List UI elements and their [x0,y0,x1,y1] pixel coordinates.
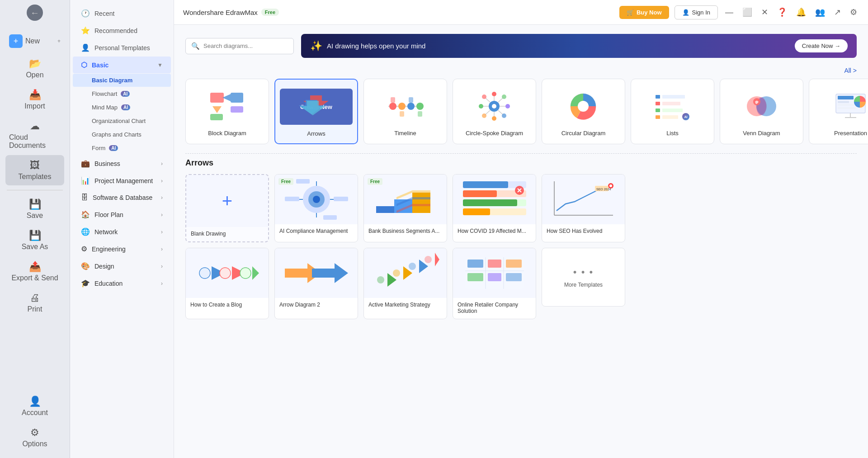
block-diagram-label: Block Diagram [208,130,246,137]
software-chevron-icon: › [161,194,163,201]
diagram-card-block[interactable]: Block Diagram [185,79,269,144]
retailer-label: Online Retailer Company Solution [458,302,531,314]
saveas-label: Save As [22,243,48,251]
nav-category-software[interactable]: 🗄 Software & Database › [73,189,171,206]
free-tag-bank: Free [368,178,382,185]
template-retailer[interactable]: Online Retailer Company Solution [453,248,536,319]
sidebar-item-new[interactable]: + New + [5,30,64,52]
nav-category-engineering[interactable]: ⚙ Engineering › [73,241,171,257]
floor-label: Floor Plan [94,211,123,218]
nav-item-recommended[interactable]: ⭐ Recommended [73,22,171,39]
cloud-icon: ☁ [30,120,40,132]
sidebar-item-print[interactable]: 🖨 Print [5,288,64,318]
create-now-button[interactable]: Create Now → [795,39,848,52]
ai-banner-icon: ✨ [310,40,322,52]
diagram-card-timeline[interactable]: Timeline [363,79,447,144]
svg-rect-69 [334,197,348,201]
sign-in-button[interactable]: 👤 Sign In [675,5,718,19]
nav-sub-flowchart[interactable]: Flowchart AI [73,87,171,100]
sidebar-item-saveas[interactable]: 💾 Save As [5,225,64,255]
settings-button[interactable]: ⚙ [848,5,859,19]
maximize-button[interactable]: ⬜ [741,5,754,19]
all-link[interactable]: All > [844,67,857,74]
diagram-card-venn[interactable]: Venn Diagram [720,79,803,144]
svg-text:AI: AI [684,115,688,118]
svg-point-61 [313,196,320,203]
sidebar-item-save[interactable]: 💾 Save [5,194,64,224]
sidebar-item-open[interactable]: 📂 Open [5,53,64,84]
notification-button[interactable]: 🔔 [794,5,808,19]
template-seo[interactable]: SEO 2024 How SEO Has Evolved [542,174,625,242]
svg-rect-14 [391,97,395,103]
template-arrow2[interactable]: Arrow Diagram 2 [274,248,358,319]
design-label: Design [94,263,114,270]
svg-rect-77 [463,181,508,188]
buy-now-button[interactable]: 🛒 Buy Now [619,6,669,19]
svg-point-105 [377,276,384,283]
mindmap-label: Mind Map [92,104,118,111]
sidebar-item-account[interactable]: 👤 Account [5,391,64,421]
community-button[interactable]: 👥 [813,5,827,19]
nav-item-personal[interactable]: 👤 Personal Templates [73,39,171,56]
help-button[interactable]: ❓ [775,5,789,19]
nav-category-floor[interactable]: 🏠 Floor Plan › [73,206,171,223]
search-box[interactable]: 🔍 [185,38,294,54]
diagram-card-arrows[interactable]: Create New Arrows [274,79,358,144]
close-button[interactable]: ✕ [760,5,770,19]
svg-rect-43 [662,109,683,112]
nav-item-recent[interactable]: 🕐 Recent [73,5,171,22]
top-bar: Wondershare EdrawMax Free 🛒 Buy Now 👤 Si… [174,0,868,25]
sidebar-item-options[interactable]: ⚙ Options [5,422,64,453]
nav-category-basic[interactable]: ⬡ Basic ▼ [73,57,171,73]
new-label: New [25,37,40,45]
template-ai-compliance[interactable]: Free AI [274,174,358,242]
cloud-label: Cloud Documents [9,133,61,150]
nav-category-business[interactable]: 💼 Business › [73,155,171,172]
bank-segments-label: Bank Business Segments A... [368,228,442,234]
ai-compliance-label: AI Compliance Management [279,228,353,234]
nav-category-network[interactable]: 🌐 Network › [73,223,171,240]
template-marketing[interactable]: Active Marketing Strategy [363,248,447,319]
icon-sidebar-bottom: 👤 Account ⚙ Options [0,391,70,458]
minimize-button[interactable]: — [723,6,735,19]
nav-sub-mindmap[interactable]: Mind Map AI [73,101,171,114]
design-chevron-icon: › [161,263,163,269]
engineering-chevron-icon: › [161,246,163,252]
template-blog[interactable]: How to Create a Blog [185,248,269,319]
blank-drawing-label: Blank Drawing [191,231,264,237]
search-input[interactable] [203,42,288,49]
template-more[interactable]: • • • More Templates [542,248,625,307]
diagram-card-lists[interactable]: AI Lists [631,79,714,144]
arrows-section-header: Arrows [185,158,857,168]
template-covid[interactable]: How COVID 19 Affected M... [453,174,536,242]
business-chevron-icon: › [161,161,163,167]
template-blank-drawing[interactable]: + Blank Drawing [185,174,269,242]
export-label: Export & Send [11,274,58,282]
sidebar-item-templates[interactable]: 🖼 Templates [5,155,64,185]
nav-sub-basic-diagram[interactable]: Basic Diagram [73,74,171,87]
svg-rect-41 [662,102,680,105]
sidebar-item-cloud[interactable]: ☁ Cloud Documents [5,116,64,154]
circular-label: Circular Diagram [561,130,606,137]
save-icon: 💾 [29,198,41,210]
nav-category-design[interactable]: 🎨 Design › [73,258,171,274]
svg-rect-83 [463,208,490,215]
nav-sub-graphs[interactable]: Graphs and Charts [73,128,171,141]
nav-category-project[interactable]: 📊 Project Management › [73,172,171,189]
nav-sub-orgchart[interactable]: Organizational Chart [73,114,171,127]
education-chevron-icon: › [161,280,163,287]
nav-sub-form[interactable]: Form AI [73,142,171,155]
svg-marker-70 [376,206,394,213]
diagram-card-circle-spoke[interactable]: Circle-Spoke Diagram [453,79,536,144]
diagram-card-presentation[interactable]: Presentation [809,79,868,144]
sidebar-item-export[interactable]: 📤 Export & Send [5,256,64,287]
share-button[interactable]: ↗ [832,5,843,19]
template-bank-segments[interactable]: Free Bank Business Segments A... [363,174,447,242]
svg-rect-0 [210,93,224,103]
design-icon: 🎨 [81,262,90,270]
template-grid-row1: + Blank Drawing Free [185,174,857,242]
nav-category-education[interactable]: 🎓 Education › [73,275,171,292]
svg-point-108 [425,256,432,263]
diagram-card-circular[interactable]: Circular Diagram [542,79,625,144]
sidebar-item-import[interactable]: 📥 Import [5,85,64,115]
